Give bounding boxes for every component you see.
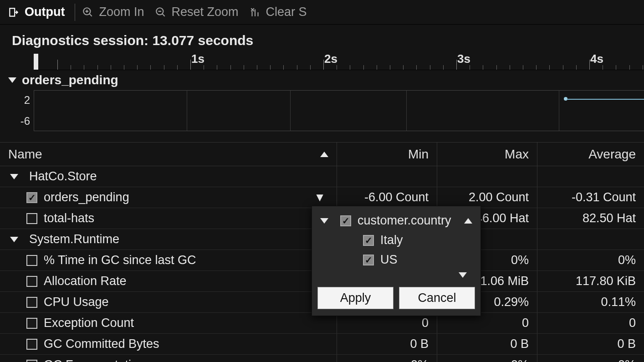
cell-avg: 0% bbox=[537, 355, 644, 362]
zoom-in-label: Zoom In bbox=[99, 5, 144, 19]
filter-option-row[interactable]: US bbox=[317, 250, 475, 270]
metric-name: Exception Count bbox=[44, 316, 134, 330]
row-checkbox[interactable] bbox=[26, 339, 37, 350]
counter-header[interactable]: orders_pending bbox=[0, 70, 644, 90]
toolbar-separator bbox=[75, 4, 75, 21]
filter-option-label: Italy bbox=[380, 233, 403, 247]
time-ruler[interactable]: 1s2s3s4s bbox=[34, 52, 644, 70]
series-line bbox=[567, 99, 644, 100]
filter-category-label: customer.country bbox=[358, 214, 451, 228]
timeline-tick-label: 4s bbox=[590, 52, 603, 66]
timeline-tick-label: 2s bbox=[324, 52, 337, 66]
cell-min: -6.00 Count bbox=[337, 187, 437, 208]
cell-min: 0% bbox=[337, 355, 437, 362]
output-button[interactable]: Output bbox=[7, 5, 65, 19]
col-name[interactable]: Name bbox=[0, 143, 337, 166]
row-checkbox[interactable] bbox=[26, 318, 37, 329]
table-row[interactable]: GC Fragmentation 0% 0% 0% bbox=[0, 355, 644, 362]
cell-min: 0 B bbox=[337, 334, 437, 354]
row-checkbox[interactable] bbox=[26, 360, 37, 362]
zoom-in-icon bbox=[82, 6, 94, 19]
cell-avg: 0.11% bbox=[537, 292, 644, 312]
cell-avg: 0% bbox=[537, 250, 644, 270]
col-max[interactable]: Max bbox=[437, 143, 537, 166]
table-row[interactable]: orders_pending ▼ -6.00 Count 2.00 Count … bbox=[0, 187, 644, 208]
group-row[interactable]: HatCo.Store bbox=[0, 166, 644, 187]
scroll-down-icon[interactable] bbox=[459, 272, 467, 278]
reset-zoom-icon bbox=[154, 6, 167, 19]
cell-avg: -0.31 Count bbox=[537, 187, 644, 208]
cell-avg: 0 bbox=[537, 313, 644, 333]
filter-category-row[interactable]: customer.country bbox=[317, 211, 475, 230]
filter-option-checkbox[interactable] bbox=[363, 255, 374, 265]
group-name: HatCo.Store bbox=[29, 169, 97, 184]
cell-avg: 117.80 KiB bbox=[537, 271, 644, 291]
cell-avg: 0 B bbox=[537, 334, 644, 354]
metric-name: total-hats bbox=[44, 211, 94, 225]
metric-name: Allocation Rate bbox=[44, 274, 127, 288]
counter-title: orders_pending bbox=[22, 73, 118, 87]
table-row[interactable]: GC Committed Bytes 0 B 0 B 0 B bbox=[0, 334, 644, 355]
collapse-icon bbox=[8, 77, 16, 83]
scroll-up-icon[interactable] bbox=[464, 218, 472, 224]
cell-max: 0 B bbox=[437, 334, 537, 354]
plot-area[interactable] bbox=[34, 90, 644, 131]
metric-name: orders_pending bbox=[44, 190, 129, 204]
row-checkbox[interactable] bbox=[26, 276, 37, 287]
timeline-cursor[interactable] bbox=[34, 54, 38, 70]
metric-name: % Time in GC since last GC bbox=[44, 253, 196, 267]
cell-avg: 82.50 Hat bbox=[537, 208, 644, 229]
clear-icon bbox=[249, 6, 261, 19]
metric-name: GC Committed Bytes bbox=[44, 337, 159, 351]
filter-option-row[interactable]: Italy bbox=[317, 230, 475, 250]
y-low: -6 bbox=[20, 115, 30, 127]
scroll-down-row bbox=[317, 270, 475, 280]
timeline-tick-label: 1s bbox=[191, 52, 204, 66]
group-name: System.Runtime bbox=[29, 232, 119, 246]
output-icon bbox=[7, 6, 20, 19]
col-min[interactable]: Min bbox=[337, 143, 437, 166]
clear-button[interactable]: Clear S bbox=[249, 5, 307, 19]
timeline-tick-label: 3s bbox=[457, 52, 470, 66]
row-checkbox[interactable] bbox=[26, 297, 37, 308]
metric-name: CPU Usage bbox=[44, 295, 109, 309]
row-checkbox[interactable] bbox=[26, 213, 37, 224]
collapse-icon bbox=[10, 174, 18, 179]
reset-zoom-button[interactable]: Reset Zoom bbox=[154, 5, 239, 19]
collapse-icon bbox=[320, 218, 328, 224]
sort-asc-icon bbox=[320, 152, 328, 157]
zoom-in-button[interactable]: Zoom In bbox=[82, 5, 144, 19]
cell-max: 2.00 Count bbox=[437, 187, 537, 208]
y-axis: 2 -6 bbox=[0, 90, 34, 131]
row-checkbox[interactable] bbox=[26, 192, 37, 203]
filter-icon[interactable]: ▼ bbox=[314, 190, 326, 204]
row-checkbox[interactable] bbox=[26, 255, 37, 266]
cell-max: 0% bbox=[437, 355, 537, 362]
session-label: Diagnostics session: 13.077 seconds bbox=[0, 25, 644, 52]
clear-label: Clear S bbox=[266, 5, 307, 19]
filter-option-checkbox[interactable] bbox=[363, 235, 374, 246]
output-label: Output bbox=[25, 5, 65, 19]
filter-popup: customer.country Italy US Apply Cancel bbox=[312, 206, 481, 316]
col-avg[interactable]: Average bbox=[537, 143, 644, 166]
toolbar: Output Zoom In Reset Zoom Clear S bbox=[0, 0, 644, 25]
filter-option-label: US bbox=[380, 253, 398, 267]
metric-name: GC Fragmentation bbox=[44, 358, 145, 362]
reset-zoom-label: Reset Zoom bbox=[172, 5, 239, 19]
apply-button[interactable]: Apply bbox=[317, 287, 394, 309]
cancel-button[interactable]: Cancel bbox=[399, 287, 475, 309]
collapse-icon bbox=[10, 237, 18, 242]
table-header: Name Min Max Average bbox=[0, 143, 644, 166]
y-high: 2 bbox=[24, 94, 30, 107]
filter-category-checkbox[interactable] bbox=[340, 215, 351, 226]
counter-graph[interactable]: 2 -6 bbox=[0, 90, 644, 131]
